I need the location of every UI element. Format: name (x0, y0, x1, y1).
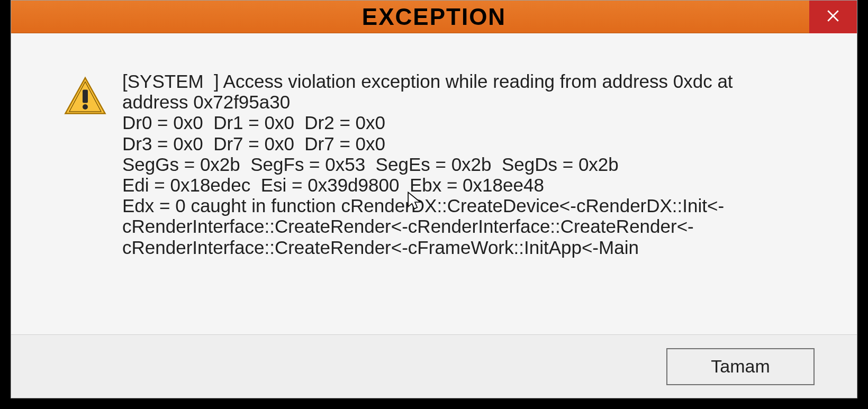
content-area: [SYSTEM ] Access violation exception whi… (11, 33, 857, 398)
exception-message: [SYSTEM ] Access violation exception whi… (122, 71, 757, 258)
exception-dialog: EXCEPTION [SYSTEM ] Access violation exc… (11, 0, 857, 398)
close-icon (826, 9, 840, 25)
button-row: Tamam (11, 334, 857, 398)
message-row: [SYSTEM ] Access violation exception whi… (11, 34, 857, 334)
svg-rect-2 (83, 90, 88, 103)
svg-point-3 (83, 104, 88, 110)
window-title: EXCEPTION (362, 4, 506, 30)
ok-button[interactable]: Tamam (666, 348, 815, 385)
titlebar[interactable]: EXCEPTION (11, 1, 857, 33)
warning-icon (64, 75, 106, 117)
close-button[interactable] (809, 1, 857, 33)
